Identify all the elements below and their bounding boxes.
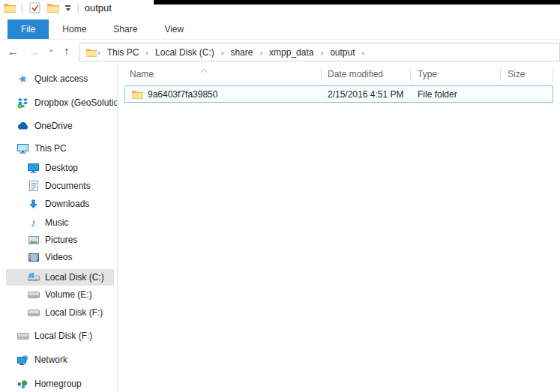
sidebar-item-documents[interactable]: Documents bbox=[0, 178, 117, 194]
sidebar-item-label: Dropbox (GeoSolutio bbox=[34, 97, 117, 108]
breadcrumb-item-xmpp-data[interactable]: xmpp_data bbox=[262, 47, 320, 58]
sidebar-item-label: Quick access bbox=[34, 73, 88, 84]
sidebar-item-videos[interactable]: Videos bbox=[0, 249, 117, 265]
sidebar-divider bbox=[117, 64, 118, 392]
ribbon-tab-bar: File Home Share View bbox=[0, 19, 560, 39]
sidebar-item-volume-e[interactable]: Volume (E:) bbox=[0, 286, 117, 303]
sidebar-item-this-pc[interactable]: This PC bbox=[0, 140, 117, 157]
breadcrumb-item-share[interactable]: share bbox=[223, 47, 259, 58]
sidebar-item-downloads[interactable]: Downloads bbox=[0, 196, 117, 212]
tab-view[interactable]: View bbox=[151, 19, 197, 39]
windows-drive-icon bbox=[27, 273, 40, 282]
film-icon bbox=[27, 253, 40, 262]
column-divider[interactable] bbox=[321, 67, 322, 82]
drive-icon bbox=[16, 333, 29, 340]
quick-access-toolbar: | | output bbox=[3, 2, 112, 13]
star-icon: ★ bbox=[16, 73, 29, 84]
recent-locations-chevron-icon[interactable]: ⌄ bbox=[47, 43, 55, 55]
sidebar-item-onedrive[interactable]: OneDrive bbox=[0, 118, 117, 134]
capture-artifact-strip bbox=[154, 0, 560, 4]
new-folder-icon[interactable] bbox=[46, 3, 59, 13]
app-folder-icon bbox=[3, 3, 16, 13]
sidebar-item-label: Local Disk (C:) bbox=[45, 272, 104, 283]
sidebar-item-label: Music bbox=[45, 217, 68, 228]
music-note-icon: ♪ bbox=[27, 217, 40, 228]
homegroup-icon bbox=[16, 379, 29, 389]
sidebar-item-label: Volume (E:) bbox=[45, 289, 92, 300]
navigation-bar: ← → ⌄ ↑ › This PC › Local Disk (C:) › sh… bbox=[0, 40, 560, 64]
breadcrumb-item-output[interactable]: output bbox=[323, 47, 361, 58]
up-button[interactable]: ↑ bbox=[64, 45, 70, 56]
column-divider[interactable] bbox=[410, 67, 411, 82]
file-explorer-window: | | output File Home Share View ← → ⌄ ↑ bbox=[0, 0, 560, 392]
tab-file[interactable]: File bbox=[7, 19, 49, 39]
sidebar-item-homegroup[interactable]: Homegroup bbox=[0, 376, 117, 392]
picture-icon bbox=[27, 236, 40, 244]
sidebar-item-label: Desktop bbox=[45, 163, 78, 173]
sidebar-item-label: Videos bbox=[45, 252, 72, 262]
column-divider[interactable] bbox=[553, 67, 553, 82]
breadcrumb-folder-icon bbox=[85, 48, 97, 57]
folder-icon bbox=[131, 90, 144, 99]
sidebar-item-local-disk-f[interactable]: Local Disk (F:) bbox=[0, 328, 117, 344]
sidebar-item-desktop[interactable]: Desktop bbox=[0, 160, 117, 176]
sidebar-item-music[interactable]: ♪ Music bbox=[0, 214, 117, 231]
sort-ascending-icon[interactable] bbox=[201, 62, 208, 76]
file-date-modified: 2/15/2016 4:51 PM bbox=[328, 89, 403, 100]
sidebar-item-quick-access[interactable]: ★ Quick access bbox=[0, 70, 117, 87]
dropbox-icon bbox=[16, 97, 29, 109]
monitor-icon bbox=[16, 144, 29, 154]
sidebar-item-local-disk-f-child[interactable]: Local Disk (F:) bbox=[0, 304, 117, 321]
sidebar-item-label: Pictures bbox=[45, 235, 77, 245]
forward-button[interactable]: → bbox=[28, 46, 40, 57]
sidebar-item-local-disk-c[interactable]: Local Disk (C:) bbox=[6, 269, 114, 286]
tab-share[interactable]: Share bbox=[100, 19, 151, 39]
network-icon bbox=[16, 355, 29, 365]
download-arrow-icon bbox=[27, 199, 40, 209]
titlebar-separator: | bbox=[76, 2, 79, 13]
document-icon bbox=[27, 181, 40, 191]
properties-check-icon[interactable] bbox=[28, 2, 41, 13]
breadcrumb-chevron[interactable]: › bbox=[362, 48, 365, 57]
onedrive-cloud-icon bbox=[16, 122, 29, 130]
sidebar-item-label: Local Disk (F:) bbox=[34, 331, 92, 341]
drive-icon bbox=[27, 310, 40, 316]
address-bar[interactable]: › This PC › Local Disk (C:) › share › xm… bbox=[79, 43, 560, 61]
sidebar-item-label: Network bbox=[34, 355, 67, 365]
sidebar-item-label: Local Disk (F:) bbox=[45, 307, 103, 318]
drive-icon bbox=[27, 292, 40, 298]
sidebar-item-label: Documents bbox=[45, 181, 91, 191]
file-name: 9a6403f7fa39850 bbox=[148, 89, 217, 100]
column-header-name[interactable]: Name bbox=[130, 69, 154, 79]
window-title: output bbox=[85, 2, 112, 13]
file-row-9a6403f7fa39850[interactable]: 9a6403f7fa39850 2/15/2016 4:51 PM File f… bbox=[124, 85, 553, 103]
breadcrumb-item-this-pc[interactable]: This PC bbox=[100, 47, 146, 58]
column-header-size[interactable]: Size bbox=[508, 69, 525, 79]
monitor-icon bbox=[27, 163, 40, 173]
file-type: File folder bbox=[418, 89, 457, 100]
column-divider[interactable] bbox=[500, 67, 501, 82]
titlebar-separator: | bbox=[21, 2, 23, 13]
sidebar-item-label: This PC bbox=[34, 143, 67, 154]
sidebar-item-pictures[interactable]: Pictures bbox=[0, 232, 117, 248]
tab-home[interactable]: Home bbox=[49, 19, 100, 39]
column-header-date-modified[interactable]: Date modified bbox=[328, 69, 383, 79]
qat-dropdown-icon[interactable] bbox=[64, 5, 71, 11]
sidebar-item-label: Homegroup bbox=[34, 379, 82, 389]
sidebar-item-label: OneDrive bbox=[34, 121, 73, 131]
sidebar-item-label: Downloads bbox=[45, 199, 89, 209]
column-header-type[interactable]: Type bbox=[418, 69, 437, 79]
sidebar-item-network[interactable]: Network bbox=[0, 352, 117, 368]
sidebar-item-dropbox[interactable]: Dropbox (GeoSolutio bbox=[0, 94, 117, 111]
breadcrumb-item-local-disk-c[interactable]: Local Disk (C:) bbox=[148, 47, 221, 58]
back-button[interactable]: ← bbox=[7, 46, 19, 57]
